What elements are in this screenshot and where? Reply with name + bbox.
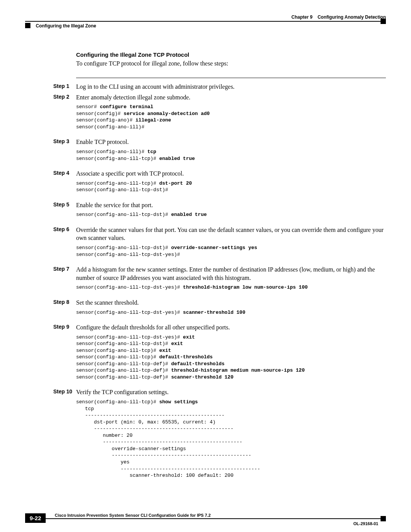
code-block: sensor(config-ano-ill-tcp)# dst-port 20s… (76, 180, 386, 193)
code-line: override-scanner-settings (76, 446, 386, 452)
step-text: Override the scanner values for that por… (76, 226, 386, 242)
code-line: sensor(config-ano-ill)# (76, 124, 386, 131)
code-line: sensor(config-ano-ill-tcp)# default-thre… (76, 354, 386, 361)
step-row: Step 7Add a histogram for the new scanne… (25, 265, 386, 296)
intro-block: Configuring the Illegal Zone TCP Protoco… (76, 51, 386, 67)
code-line: tcp (76, 406, 386, 412)
code-line: number: 20 (76, 432, 386, 439)
step-text: Enable the service for that port. (76, 201, 386, 209)
section-heading: Configuring the Illegal Zone TCP Protoco… (76, 51, 386, 58)
steps-list: Step 1Log in to the CLI using an account… (25, 83, 386, 484)
step-row: Step 3Enable TCP protocol.sensor(config-… (25, 138, 386, 167)
code-line: ----------------------------------------… (76, 439, 386, 446)
code-line: ----------------------------------------… (76, 466, 386, 473)
step-label: Step 6 (25, 226, 76, 263)
code-line: sensor(config-ano-ill-tcp)# enabled true (76, 155, 386, 162)
code-line: scanner-threshold: 100 default: 200 (76, 472, 386, 479)
code-line: ----------------------------------------… (76, 412, 386, 419)
step-text: Verify the TCP configuration settings. (76, 388, 386, 396)
code-line: sensor(config-ano-ill-tcp-def)# threshol… (76, 367, 386, 374)
step-label: Step 3 (25, 138, 76, 167)
intro-text: To configure TCP protocol for illegal zo… (76, 60, 386, 67)
code-block: sensor(config-ano-ill-tcp-dst-yes)# scan… (76, 309, 386, 316)
step-row: Step 8Set the scanner threshold.sensor(c… (25, 299, 386, 321)
step-row: Step 5Enable the service for that port.s… (25, 201, 386, 224)
step-label: Step 2 (25, 93, 76, 136)
step-label: Step 8 (25, 299, 76, 321)
code-line: sensor(config-ano-ill-tcp-dst)# enabled … (76, 211, 386, 218)
step-label: Step 1 (25, 83, 76, 91)
intro-rule (76, 78, 386, 78)
page-subheader: Configuring the Illegal Zone (25, 23, 386, 29)
footer-title: Cisco Intrusion Prevention System Sensor… (25, 513, 386, 518)
step-body: Enable the service for that port.sensor(… (76, 201, 386, 224)
step-body: Set the scanner threshold.sensor(config-… (76, 299, 386, 321)
step-label: Step 10 (25, 388, 76, 484)
step-body: Associate a specific port with TCP proto… (76, 169, 386, 199)
code-line: sensor(config-ano-ill-tcp)# show setting… (76, 399, 386, 406)
chapter-title: Configuring Anomaly Detection (317, 14, 386, 20)
page-footer: Cisco Intrusion Prevention System Sensor… (25, 513, 386, 519)
code-line: sensor(config-ano-ill-tcp-dst)# exit (76, 340, 386, 347)
code-line: sensor(config-ano-ill-tcp-dst-yes)# (76, 251, 386, 258)
step-row: Step 4Associate a specific port with TCP… (25, 169, 386, 199)
code-block: sensor# configure terminalsensor(config)… (76, 104, 386, 130)
code-block: sensor(config-ano-ill-tcp-dst-yes)# exit… (76, 334, 386, 381)
code-line: sensor(config-ano-ill)# tcp (76, 149, 386, 155)
step-text: Enter anomaly detection illegal zone sub… (76, 93, 386, 102)
step-text: Associate a specific port with TCP proto… (76, 169, 386, 178)
code-line: sensor(config-ano-ill-tcp-dst-yes)# scan… (76, 309, 386, 316)
code-line: sensor# configure terminal (76, 104, 386, 110)
chapter-label: Chapter 9 (292, 14, 312, 20)
step-row: Step 1Log in to the CLI using an account… (25, 83, 386, 91)
section-breadcrumb: Configuring the Illegal Zone (25, 23, 96, 29)
step-row: Step 9Configure the default thresholds f… (25, 323, 386, 386)
code-line: sensor(config)# service anomaly-detectio… (76, 110, 386, 117)
code-line: yes (76, 459, 386, 466)
code-block: sensor(config-ano-ill-tcp)# show setting… (76, 399, 386, 479)
step-label: Step 4 (25, 169, 76, 199)
code-line: sensor(config-ano-ill-tcp-dst)# (76, 187, 386, 193)
page-header-right: Chapter 9 Configuring Anomaly Detection (25, 14, 386, 20)
step-body: Override the scanner values for that por… (76, 226, 386, 263)
page-number: 9-22 (25, 513, 46, 523)
code-line: sensor(config-ano-ill-tcp)# dst-port 20 (76, 180, 386, 187)
code-line: ----------------------------------------… (76, 452, 386, 459)
step-body: Configure the default thresholds for all… (76, 323, 386, 386)
footer-rule: 9-22 OL-29168-01 (25, 518, 386, 519)
step-row: Step 6Override the scanner values for th… (25, 226, 386, 263)
step-text: Set the scanner threshold. (76, 299, 386, 307)
step-text: Add a histogram for the new scanner sett… (76, 265, 386, 282)
step-body: Log in to the CLI using an account with … (76, 83, 386, 91)
step-row: Step 10Verify the TCP configuration sett… (25, 388, 386, 484)
step-body: Enter anomaly detection illegal zone sub… (76, 93, 386, 136)
code-line: sensor(config-ano-ill-tcp-def)# default-… (76, 361, 386, 367)
code-block: sensor(config-ano-ill-tcp-dst-yes)# thre… (76, 284, 386, 291)
code-block: sensor(config-ano-ill)# tcpsensor(config… (76, 149, 386, 162)
header-rule (25, 21, 386, 22)
code-line: sensor(config-ano-ill-tcp-dst-yes)# thre… (76, 284, 386, 291)
doc-id: OL-29168-01 (354, 521, 378, 526)
step-body: Enable TCP protocol.sensor(config-ano-il… (76, 138, 386, 167)
code-line: sensor(config-ano-ill-tcp-dst)# override… (76, 244, 386, 251)
code-line: dst-port (min: 0, max: 65535, current: 4… (76, 419, 386, 426)
code-line: sensor(config-ano)# illegal-zone (76, 117, 386, 124)
code-block: sensor(config-ano-ill-tcp-dst)# enabled … (76, 211, 386, 218)
step-text: Enable TCP protocol. (76, 138, 386, 146)
code-line: ----------------------------------------… (76, 425, 386, 432)
document-page: Chapter 9 Configuring Anomaly Detection … (0, 0, 411, 532)
code-line: sensor(config-ano-ill-tcp-def)# scanner-… (76, 374, 386, 381)
step-text: Configure the default thresholds for all… (76, 323, 386, 332)
step-label: Step 5 (25, 201, 76, 224)
step-body: Add a histogram for the new scanner sett… (76, 265, 386, 296)
step-body: Verify the TCP configuration settings.se… (76, 388, 386, 484)
code-block: sensor(config-ano-ill-tcp-dst)# override… (76, 244, 386, 258)
step-row: Step 2Enter anomaly detection illegal zo… (25, 93, 386, 136)
step-label: Step 7 (25, 265, 76, 296)
step-text: Log in to the CLI using an account with … (76, 83, 386, 91)
step-label: Step 9 (25, 323, 76, 386)
code-line: sensor(config-ano-ill-tcp-dst-yes)# exit (76, 334, 386, 341)
code-line: sensor(config-ano-ill-tcp)# exit (76, 347, 386, 354)
